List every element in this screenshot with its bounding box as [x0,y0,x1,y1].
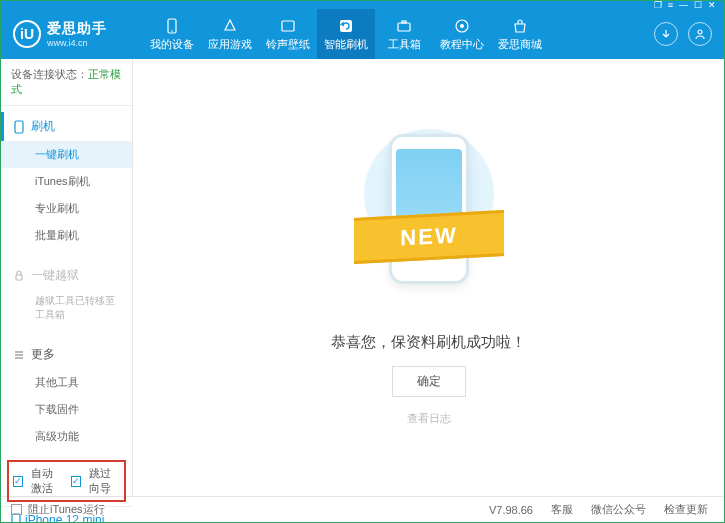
app-title: 爱思助手 [47,20,107,38]
sidebar-item-oneclick-flash[interactable]: 一键刷机 [1,141,132,168]
toolbox-icon [395,17,413,35]
app-url: www.i4.cn [47,38,107,48]
store-icon [511,17,529,35]
sidebar-item-other-tools[interactable]: 其他工具 [1,369,132,396]
download-button[interactable] [654,22,678,46]
sidebar-head-flash[interactable]: 刷机 [1,112,132,141]
titlebar-btn[interactable]: ❐ [654,0,662,10]
apps-icon [221,17,239,35]
svg-point-8 [698,30,702,34]
wallpaper-icon [279,17,297,35]
nav-tutorials[interactable]: 教程中心 [433,9,491,59]
wechat-link[interactable]: 微信公众号 [585,502,652,517]
customer-service-link[interactable]: 客服 [545,502,579,517]
main-content: NEW 恭喜您，保资料刷机成功啦！ 确定 查看日志 [133,59,724,496]
sidebar-item-advanced[interactable]: 高级功能 [1,423,132,450]
lock-icon [13,270,25,282]
close-icon[interactable]: ✕ [708,0,716,10]
sidebar-head-jailbreak: 一键越狱 [1,261,132,290]
svg-rect-11 [12,514,20,523]
window-titlebar: ❐ ≡ — ☐ ✕ [1,1,724,9]
nav-toolbox[interactable]: 工具箱 [375,9,433,59]
new-badge: NEW [354,210,504,264]
svg-point-1 [171,30,173,32]
sidebar-item-itunes-flash[interactable]: iTunes刷机 [1,168,132,195]
phone-icon [13,120,25,134]
svg-point-7 [460,24,464,28]
logo-icon: iU [13,20,41,48]
svg-rect-2 [282,21,294,31]
nav-store[interactable]: 爱思商城 [491,9,549,59]
minimize-icon[interactable]: — [679,0,688,10]
phone-icon [163,17,181,35]
connection-status: 设备连接状态：正常模式 [1,59,132,106]
user-button[interactable] [688,22,712,46]
menu-icon [13,349,25,361]
check-update-link[interactable]: 检查更新 [658,502,714,517]
nav-ringtones[interactable]: 铃声壁纸 [259,9,317,59]
header: iU 爱思助手 www.i4.cn 我的设备 应用游戏 铃声壁纸 智能刷机 工具… [1,9,724,59]
sidebar-head-more[interactable]: 更多 [1,340,132,369]
tutorial-icon [453,17,471,35]
sidebar-item-download-firmware[interactable]: 下载固件 [1,396,132,423]
sidebar: 设备连接状态：正常模式 刷机 一键刷机 iTunes刷机 专业刷机 批量刷机 一… [1,59,133,496]
maximize-icon[interactable]: ☐ [694,0,702,10]
auto-activate-checkbox[interactable]: ✓ [13,476,23,487]
svg-rect-4 [398,23,410,31]
main-nav: 我的设备 应用游戏 铃声壁纸 智能刷机 工具箱 教程中心 爱思商城 [143,9,654,59]
skip-guide-checkbox[interactable]: ✓ [71,476,81,487]
flash-options: ✓ 自动激活 ✓ 跳过向导 [7,460,126,502]
sidebar-item-pro-flash[interactable]: 专业刷机 [1,195,132,222]
block-itunes-label: 阻止iTunes运行 [28,502,105,517]
success-illustration: NEW [354,129,504,319]
nav-my-device[interactable]: 我的设备 [143,9,201,59]
nav-flash[interactable]: 智能刷机 [317,9,375,59]
success-message: 恭喜您，保资料刷机成功啦！ [331,333,526,352]
svg-rect-10 [16,275,22,280]
ok-button[interactable]: 确定 [392,366,466,397]
svg-rect-5 [402,21,406,23]
titlebar-btn[interactable]: ≡ [668,0,673,10]
svg-rect-9 [15,121,23,133]
block-itunes-checkbox[interactable] [11,504,22,515]
sidebar-item-batch-flash[interactable]: 批量刷机 [1,222,132,249]
svg-rect-3 [340,20,352,32]
view-log-link[interactable]: 查看日志 [407,411,451,426]
flash-icon [337,17,355,35]
logo: iU 爱思助手 www.i4.cn [13,20,143,48]
nav-apps[interactable]: 应用游戏 [201,9,259,59]
header-actions [654,22,712,46]
version-label: V7.98.66 [483,504,539,516]
jailbreak-note: 越狱工具已转移至 工具箱 [1,290,132,328]
